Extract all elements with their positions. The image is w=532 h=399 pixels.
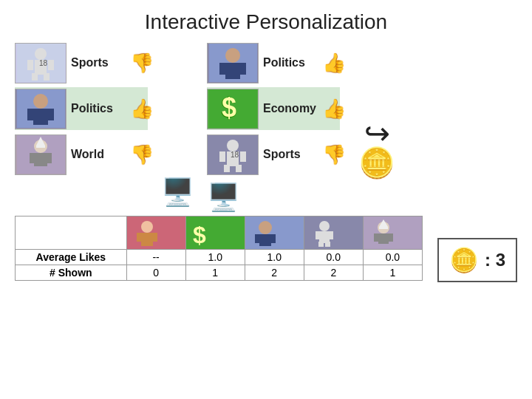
shown-val-5: 1 — [363, 265, 422, 281]
score-box: 🪙 : 3 — [437, 238, 517, 282]
shown-row: # Shown 0 1 2 2 1 — [16, 265, 423, 281]
svg-rect-12 — [47, 109, 54, 120]
svg-point-29 — [227, 140, 239, 151]
svg-point-44 — [259, 221, 272, 234]
avg-likes-val-2: 1.0 — [185, 250, 245, 265]
svg-rect-52 — [328, 231, 333, 239]
svg-rect-34 — [240, 151, 246, 162]
svg-point-49 — [319, 221, 330, 231]
page-title: Interactive Personalization — [0, 0, 532, 41]
middle-section: 🖥️ — [155, 41, 200, 213]
svg-rect-4 — [44, 73, 50, 81]
right-item-politics: Politics 👍 — [207, 41, 340, 84]
result-table: $ — [15, 216, 423, 281]
svg-rect-31 — [224, 165, 230, 172]
left-vote-world: 👎 — [130, 143, 154, 166]
score-pot-icon: 🪙 — [449, 246, 479, 274]
svg-text:18: 18 — [39, 59, 48, 67]
right-label-sports: Sports — [263, 148, 315, 161]
svg-point-21 — [225, 48, 240, 63]
right-item-sports: 18 Sports 👎 — [207, 133, 340, 176]
svg-rect-54 — [325, 242, 330, 247]
table-area: $ — [15, 216, 423, 281]
svg-rect-38 — [141, 233, 153, 246]
computer-left-icon: 🖥️ — [161, 177, 194, 208]
left-vote-politics: 👍 — [130, 98, 154, 120]
left-label-world: World — [71, 148, 123, 161]
svg-rect-17 — [46, 153, 52, 163]
avg-likes-label: Average Likes — [16, 250, 127, 265]
avg-likes-val-5: 0.0 — [363, 250, 422, 265]
svg-rect-24 — [239, 63, 246, 75]
arrow-pot-section: ↩ 🪙 — [347, 41, 406, 213]
shown-val-4: 2 — [304, 265, 363, 281]
svg-point-9 — [33, 94, 48, 109]
curved-arrow-icon: ↩ — [364, 115, 390, 151]
avg-likes-val-4: 0.0 — [304, 250, 363, 265]
right-thumb-sports: 18 — [207, 134, 259, 175]
score-value: : 3 — [485, 250, 505, 270]
svg-point-1 — [35, 48, 47, 60]
shown-label: # Shown — [16, 265, 127, 281]
right-label-politics: Politics — [263, 56, 315, 69]
left-vote-sports: 👎 — [130, 52, 154, 75]
svg-text:$: $ — [193, 222, 206, 248]
svg-text:18: 18 — [231, 151, 239, 159]
right-vote-economy: 👍 — [322, 98, 346, 120]
svg-rect-51 — [316, 231, 321, 239]
svg-rect-22 — [225, 63, 240, 79]
shown-val-3: 2 — [245, 265, 304, 281]
svg-rect-6 — [48, 60, 54, 70]
svg-rect-39 — [137, 233, 143, 242]
svg-rect-11 — [27, 109, 35, 120]
avg-likes-val-3: 1.0 — [245, 250, 304, 265]
right-vote-sports: 👎 — [322, 143, 346, 166]
col-thumb-5 — [363, 216, 422, 250]
avg-likes-row: Average Likes -- 1.0 1.0 0.0 0.0 — [16, 250, 423, 265]
col-thumb-2: $ — [185, 216, 245, 250]
left-thumb-world — [15, 134, 66, 175]
bottom-section: $ — [0, 216, 532, 282]
svg-rect-5 — [27, 60, 33, 70]
left-item-world: World 👎 — [15, 133, 148, 176]
right-thumb-politics — [207, 43, 259, 83]
svg-rect-53 — [318, 242, 324, 247]
computer-right-icon: 🖥️ — [207, 182, 340, 213]
right-label-economy: Economy — [263, 102, 315, 115]
svg-rect-32 — [236, 165, 242, 172]
shown-val-2: 1 — [185, 265, 245, 281]
right-panel: Politics 👍 $ $ Economy 👍 — [207, 41, 340, 213]
svg-text:$: $ — [222, 92, 236, 123]
col-thumb-4 — [304, 216, 363, 250]
col-thumb-1 — [126, 216, 185, 250]
left-item-politics: Politics 👍 — [15, 87, 148, 130]
svg-rect-16 — [30, 153, 35, 163]
svg-rect-10 — [33, 109, 48, 125]
svg-rect-23 — [219, 63, 227, 75]
svg-rect-45 — [259, 234, 271, 246]
svg-rect-3 — [32, 73, 38, 81]
svg-rect-33 — [219, 151, 225, 162]
left-label-politics: Politics — [71, 102, 123, 115]
svg-rect-47 — [270, 234, 276, 243]
left-thumb-politics — [15, 89, 66, 129]
svg-rect-50 — [319, 231, 330, 243]
svg-rect-58 — [374, 233, 380, 242]
svg-rect-15 — [34, 153, 47, 166]
left-panel: 18 Sports 👎 Politics 👍 — [15, 41, 148, 213]
left-label-sports: Sports — [71, 56, 123, 69]
left-item-sports: 18 Sports 👎 — [15, 41, 148, 84]
svg-rect-61 — [379, 227, 388, 229]
right-vote-politics: 👍 — [322, 52, 346, 75]
right-thumb-economy: $ $ — [207, 89, 259, 129]
svg-rect-46 — [255, 234, 261, 243]
svg-rect-57 — [378, 233, 389, 244]
svg-rect-19 — [36, 146, 45, 148]
left-thumb-sports: 18 — [15, 43, 66, 83]
shown-val-1: 0 — [126, 265, 185, 281]
col-thumb-3 — [245, 216, 304, 250]
svg-rect-59 — [387, 233, 393, 242]
svg-rect-40 — [151, 233, 157, 242]
avg-likes-val-1: -- — [126, 250, 185, 265]
svg-point-37 — [141, 221, 153, 233]
